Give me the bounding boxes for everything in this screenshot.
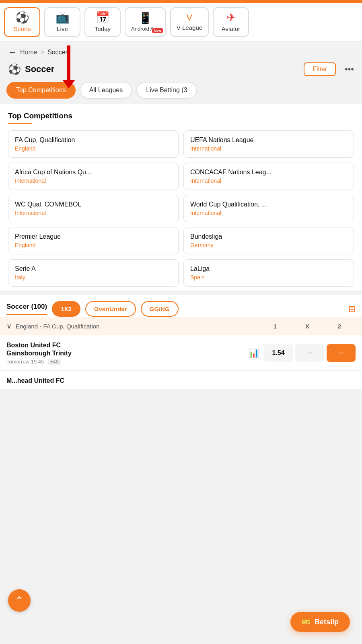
comp-name-2: Africa Cup of Nations Qu... [15,169,172,176]
vleague-icon: V [187,13,193,22]
filter-tabs-container: Top Competitions All Leagues Live Bettin… [0,82,362,104]
chevron-down-icon: ∨ [6,322,12,330]
odds-x-0[interactable]: ··· [295,344,324,362]
layout-icon[interactable]: ⊞ [348,304,356,314]
nav-tabs: ⚽ Sports 📺 Live 📅 Today 📱 Android App Ne… [0,3,362,41]
match-row-0: Boston United FC Gainsborough Trinity To… [0,335,362,371]
tab-sports[interactable]: ⚽ Sports [4,7,40,37]
tab-today-label: Today [95,25,111,32]
filter-tabs: Top Competitions All Leagues Live Bettin… [0,82,362,104]
top-bar [0,0,362,3]
tab-today[interactable]: 📅 Today [84,7,121,37]
match-section-header[interactable]: ∨ England - FA Cup, Qualification 1 X 2 [0,317,362,335]
match-odds-headers: 1 X 2 [259,323,356,330]
tab-sports-label: Sports [13,25,31,32]
comp-name-4: WC Qual, CONMEBOL [15,201,172,208]
soccer-title-row: ⚽ Soccer [8,63,54,76]
betting-pill-1x2[interactable]: 1X2 [52,301,80,317]
android-icon: 📱 [138,12,152,24]
more-options-icon[interactable]: ••• [345,64,354,74]
today-icon: 📅 [96,12,110,23]
filter-tab-live[interactable]: Live Betting (3 [136,82,197,99]
arrow-head [62,80,75,89]
betting-pill-ggng[interactable]: GG/NG [141,301,179,317]
competition-card-8[interactable]: Serie A Italy [8,259,179,287]
competition-card-3[interactable]: CONCACAF Nations Leag... International [183,163,354,190]
match-odds-row-0: 1.54 ··· ··· [264,344,356,362]
competitions-grid: FA Cup, Qualification England UEFA Natio… [8,130,354,287]
comp-name-6: Premier League [15,233,172,240]
stats-icon-0[interactable]: 📊 [248,348,259,358]
odds-header-x: X [291,323,323,330]
competition-card-2[interactable]: Africa Cup of Nations Qu... Internationa… [8,163,179,190]
competition-card-6[interactable]: Premier League England [8,227,179,254]
title-underline [8,123,32,124]
competition-card-1[interactable]: UEFA Nations League International [183,130,354,158]
chevron-up-icon: ⌃ [15,594,24,607]
live-icon: 📺 [56,12,70,23]
match-team2-0: Gainsborough Trinity [6,350,245,357]
soccer-header: ⚽ Soccer Filter ••• [0,60,362,82]
breadcrumb: ← Home > Soccer [0,41,362,60]
comp-country-6: England [15,242,172,248]
match-extra-0: +46 [48,359,61,365]
comp-country-0: England [15,145,172,152]
betslip-button[interactable]: 🎫 Betslip [290,612,350,632]
betting-pill-ou[interactable]: Over/Under [85,301,136,317]
arrow-shaft [67,45,70,80]
betslip-label: Betslip [315,618,339,626]
top-competitions-section: Top Competitions FA Cup, Qualification E… [0,104,362,291]
competition-card-5[interactable]: World Cup Qualification, ... Internation… [183,195,354,222]
match-team1-0: Boston United FC [6,341,245,350]
betslip-icon: 🎫 [302,617,311,626]
bottom-section: Soccer (100) 1X2 Over/Under GG/NG ⊞ ∨ En… [0,295,362,389]
comp-name-1: UEFA Nations League [190,136,347,144]
tab-vleague-label: V-League [177,24,202,31]
arrow-annotation [62,45,75,89]
tab-live[interactable]: 📺 Live [44,7,80,37]
match-league-name: England - FA Cup, Qualification [16,323,99,330]
odds-header-1: 1 [259,323,291,330]
comp-name-7: Bundesliga [190,233,347,240]
betting-tabs: Soccer (100) 1X2 Over/Under GG/NG ⊞ [0,295,362,317]
soccer-ball-icon: ⚽ [8,63,21,76]
comp-country-7: Germany [190,242,347,248]
comp-country-1: International [190,145,347,152]
comp-name-3: CONCACAF Nations Leag... [190,169,347,176]
aviator-icon: ✈ [226,12,236,23]
match-time-0: Tomorrow 19:45 +46 [6,359,245,365]
new-badge: New [152,28,163,33]
section-divider [0,291,362,295]
top-competitions-title: Top Competitions [8,111,354,120]
odds-1-0[interactable]: 1.54 [264,344,293,362]
comp-country-5: International [190,210,347,216]
comp-name-9: LaLiga [190,265,347,272]
tab-live-label: Live [57,25,68,32]
match-row-1: M...head United FC [0,371,362,389]
match-info-0: Boston United FC Gainsborough Trinity To… [6,341,245,365]
comp-country-4: International [15,210,172,216]
competition-card-9[interactable]: LaLiga Spain [183,259,354,287]
competition-card-7[interactable]: Bundesliga Germany [183,227,354,254]
comp-country-3: International [190,178,347,184]
odds-2-0[interactable]: ··· [327,344,356,362]
tab-android[interactable]: 📱 Android App New [125,7,166,37]
sports-icon: ⚽ [15,12,29,23]
breadcrumb-separator: > [41,49,44,56]
comp-name-0: FA Cup, Qualification [15,136,172,144]
tab-aviator[interactable]: ✈ Aviator [213,7,249,37]
tab-vleague[interactable]: V V-League [170,7,209,37]
scroll-up-button[interactable]: ⌃ [8,589,31,612]
back-button[interactable]: ← [8,47,17,58]
comp-name-8: Serie A [15,265,172,272]
competition-card-4[interactable]: WC Qual, CONMEBOL International [8,195,179,222]
comp-country-2: International [15,178,172,184]
odds-header-2: 2 [323,323,356,330]
filter-button[interactable]: Filter [304,62,336,76]
betting-tab-soccer[interactable]: Soccer (100) [6,303,47,315]
comp-country-8: Italy [15,274,172,281]
competition-card-0[interactable]: FA Cup, Qualification England [8,130,179,158]
breadcrumb-home[interactable]: Home [20,49,37,56]
filter-tab-all[interactable]: All Leagues [80,82,133,99]
comp-name-5: World Cup Qualification, ... [190,201,347,208]
